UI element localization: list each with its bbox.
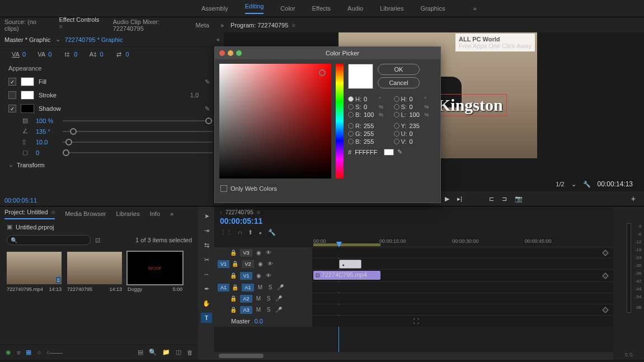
mic-icon[interactable]: 🎤: [276, 284, 284, 290]
minimize-dot-icon[interactable]: [228, 50, 233, 56]
tab-audio-mixer[interactable]: Audio Clip Mixer: 722740795: [113, 18, 185, 32]
mute-button[interactable]: M: [255, 307, 262, 313]
chevron-down-icon[interactable]: ⌄: [55, 36, 60, 43]
hsl-h-value[interactable]: 0: [410, 96, 423, 102]
new-bin-icon[interactable]: 📁: [162, 349, 170, 356]
list-view-icon[interactable]: ≡: [17, 349, 20, 356]
lock-icon[interactable]: 🔒: [230, 307, 238, 313]
eyedropper-icon[interactable]: ✎: [205, 78, 210, 86]
mark-out-icon[interactable]: ⊐: [502, 195, 507, 203]
ripple-tool-icon[interactable]: ⇆: [201, 240, 212, 250]
sat-value[interactable]: 0: [364, 104, 377, 110]
lock-icon[interactable]: 🔒: [232, 284, 239, 290]
red-value[interactable]: 255: [364, 123, 377, 129]
web-colors-checkbox[interactable]: [220, 185, 227, 192]
mic-icon[interactable]: 🎤: [275, 295, 283, 302]
v-value[interactable]: 0: [410, 138, 423, 145]
track-v3[interactable]: V3: [240, 249, 252, 257]
ws-libraries[interactable]: Libraries: [380, 5, 403, 12]
green-value[interactable]: 255: [364, 130, 377, 137]
toggle-icon[interactable]: 👁: [266, 261, 274, 267]
ws-graphics[interactable]: Graphics: [420, 5, 445, 12]
track-a1[interactable]: A1: [242, 284, 254, 292]
solo-button[interactable]: S: [265, 295, 272, 302]
chevron-icon[interactable]: ‹: [220, 209, 222, 215]
tabs-overflow-icon[interactable]: »: [170, 210, 173, 217]
ws-editing[interactable]: Editing: [245, 3, 264, 14]
camera-icon[interactable]: 📷: [515, 195, 523, 203]
radio-u[interactable]: [394, 131, 399, 137]
mute-button[interactable]: M: [256, 284, 264, 290]
selection-tool-icon[interactable]: ➤: [201, 211, 212, 221]
solo-button[interactable]: S: [265, 307, 272, 313]
ws-more-icon[interactable]: »: [473, 5, 476, 12]
prop-leading[interactable]: t‡0: [63, 50, 77, 58]
radio-r[interactable]: [348, 123, 354, 129]
track-a3[interactable]: A3: [240, 306, 252, 314]
prop-tsume[interactable]: ⇄0: [115, 50, 129, 58]
razor-tool-icon[interactable]: ✂: [201, 255, 212, 265]
tab-metadata[interactable]: Meta: [195, 22, 209, 29]
timeline-ruler[interactable]: 00:00 00:00:15:00 00:00:30:00 00:00:45:0…: [312, 237, 613, 247]
radio-s[interactable]: [348, 104, 354, 110]
radio-s2[interactable]: [394, 104, 399, 110]
opacity-slider[interactable]: [63, 120, 213, 121]
shadow-checkbox[interactable]: [8, 105, 16, 112]
keyframe-icon[interactable]: [602, 307, 608, 313]
chevron-down-icon[interactable]: ⌄: [571, 181, 576, 188]
search-input[interactable]: 🔍: [7, 235, 91, 245]
radio-b[interactable]: [348, 112, 354, 117]
radio-v[interactable]: [394, 139, 399, 144]
timeline-scrollbar[interactable]: [214, 352, 613, 360]
zoom-slider[interactable]: ○——: [46, 349, 63, 356]
sequence-name[interactable]: 722740795: [225, 209, 253, 215]
project-item[interactable]: WOOF Doggy5:00: [128, 252, 182, 292]
hsl-s-value[interactable]: 0: [410, 104, 423, 110]
filter-bin-icon[interactable]: ⊡: [95, 237, 100, 244]
distance-slider[interactable]: [63, 142, 213, 143]
add-button-icon[interactable]: +: [631, 194, 636, 203]
stroke-swatch[interactable]: [21, 91, 34, 100]
shadow-opacity[interactable]: 100 %: [36, 117, 58, 124]
freeform-view-icon[interactable]: ○: [37, 349, 41, 356]
shadow-size[interactable]: 0: [36, 149, 58, 156]
linked-icon[interactable]: ∩: [238, 229, 242, 236]
master-value[interactable]: 0.0: [255, 318, 263, 325]
close-dot-icon[interactable]: [219, 50, 225, 56]
snap-icon[interactable]: ⋮⋮: [220, 229, 232, 236]
u-value[interactable]: 0: [410, 130, 423, 137]
color-cursor-icon[interactable]: [319, 69, 326, 76]
expand-icon[interactable]: ⛶: [413, 318, 419, 325]
angle-slider[interactable]: [63, 131, 213, 132]
hex-value[interactable]: FFFFFF: [355, 149, 377, 156]
prop-kerning[interactable]: VA0: [37, 50, 51, 58]
cancel-button[interactable]: Cancel: [378, 77, 420, 88]
track-v2[interactable]: V2: [242, 260, 254, 268]
hue-value[interactable]: 0: [364, 96, 377, 102]
keyframe-toggle-icon[interactable]: ◂: [216, 36, 219, 43]
hue-slider[interactable]: [336, 64, 344, 178]
bright-value[interactable]: 100: [364, 111, 377, 118]
mic-icon[interactable]: 🎤: [275, 307, 283, 313]
radio-g[interactable]: [348, 131, 354, 137]
mark-in-icon[interactable]: ⊏: [489, 195, 494, 203]
pen-tool-icon[interactable]: ✒: [201, 284, 212, 294]
fill-checkbox[interactable]: [8, 78, 16, 86]
ok-button[interactable]: OK: [378, 64, 420, 75]
tab-source[interactable]: Source: (no clips): [4, 18, 48, 32]
ws-assembly[interactable]: Assembly: [201, 5, 228, 12]
keyframe-icon[interactable]: [602, 250, 608, 256]
ws-audio[interactable]: Audio: [347, 5, 363, 12]
play-icon[interactable]: ▶: [445, 195, 449, 203]
eyedropper-icon[interactable]: ✎: [205, 105, 210, 112]
clip-graphic[interactable]: ⬥ My do: [339, 260, 361, 269]
clip-link[interactable]: 722740795 * Graphic: [65, 36, 123, 43]
automate-icon[interactable]: ▤: [138, 349, 143, 356]
panel-menu-icon[interactable]: ≡: [59, 23, 62, 30]
ws-effects[interactable]: Effects: [312, 5, 331, 12]
icon-view-icon[interactable]: ▦: [26, 349, 31, 356]
lock-icon[interactable]: 🔒: [230, 250, 238, 256]
step-forward-icon[interactable]: ▸|: [457, 195, 462, 203]
keyframe-icon[interactable]: [602, 272, 608, 279]
wrench-icon[interactable]: 🔧: [268, 229, 276, 236]
